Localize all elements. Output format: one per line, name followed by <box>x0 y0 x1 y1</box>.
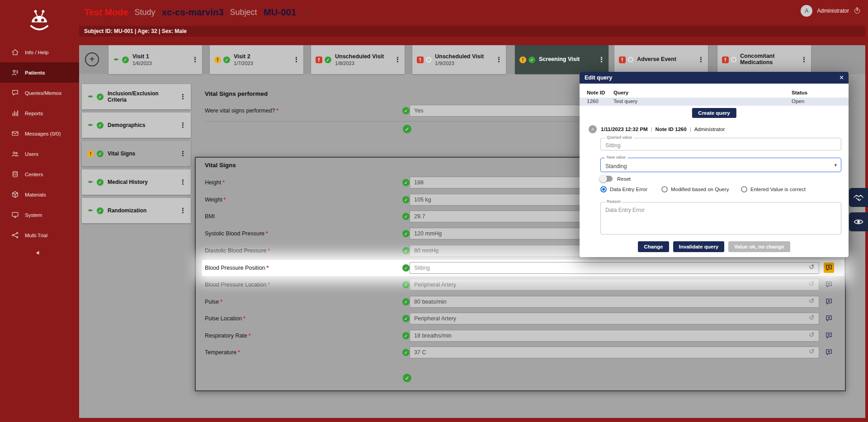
field-input-temperature[interactable]: 37 C <box>410 347 819 358</box>
query-comment-button-highlighted[interactable] <box>824 263 834 273</box>
form-card-vital-signs[interactable]: Vital Signs <box>82 141 191 166</box>
tab-menu-icon[interactable] <box>392 56 403 64</box>
tab-menu-icon[interactable] <box>291 56 302 64</box>
field-input-pulse-location[interactable]: Peripheral Artery <box>410 313 819 324</box>
reset-field-icon[interactable] <box>809 314 815 321</box>
reset-field-icon[interactable] <box>809 264 815 271</box>
visit-tab-labels: Unscheduled Visit 1/8/2023 <box>335 53 384 66</box>
radio-entered-value-correct[interactable]: Entered Value is correct <box>741 186 806 192</box>
visit-tab-labels: Unscheduled Visit 1/9/2023 <box>435 53 484 66</box>
status-check-icon <box>97 94 104 100</box>
required-asterisk <box>238 349 240 356</box>
change-button[interactable]: Change <box>638 241 669 252</box>
field-status-check-icon <box>402 315 410 322</box>
visit-tab-screening[interactable]: Screening Visit <box>515 45 609 74</box>
form-card-demographics[interactable]: Demographics <box>82 113 191 138</box>
new-value-dropdown[interactable]: New value Standing <box>600 158 841 172</box>
sidebar-item-info-help[interactable]: Info / Help <box>0 42 79 62</box>
required-asterisk <box>268 281 270 288</box>
query-comment-button[interactable] <box>824 330 834 341</box>
form-card-label: Demographics <box>108 122 145 128</box>
field-input-bp-position[interactable]: Sitting <box>410 262 819 274</box>
add-visit-button[interactable]: + <box>85 52 99 66</box>
sidebar-item-label: Users <box>25 151 38 157</box>
visit-title: Adverse Event <box>637 56 676 62</box>
form-pen-icon <box>87 122 94 129</box>
field-label: Blood Pressure Location <box>205 281 270 288</box>
sidebar-item-patients[interactable]: Patients <box>0 62 79 83</box>
field-input-pulse[interactable]: 80 beats/min <box>410 296 819 308</box>
tab-menu-icon[interactable] <box>596 56 607 64</box>
reset-field-icon[interactable] <box>809 298 815 305</box>
queried-value: Sitting <box>605 142 620 149</box>
field-input-respiratory-rate[interactable]: 18 breaths/min <box>410 330 819 342</box>
reason-textarea[interactable]: Reason Data Entry Error <box>600 202 841 234</box>
form-pen-icon <box>87 94 94 100</box>
sidebar-nav: Info / Help Patients Queries/Memos Repor… <box>0 42 79 245</box>
radio-modified-based-on-query[interactable]: Modified based on Query <box>661 186 729 192</box>
field-label: Systolic Blood Pressure <box>205 230 268 237</box>
radio-label: Entered Value is correct <box>750 187 806 192</box>
card-menu-icon[interactable] <box>178 93 188 101</box>
card-menu-icon[interactable] <box>178 178 188 186</box>
marvin-robot-logo <box>26 8 52 34</box>
visit-tab-unscheduled2[interactable]: Unscheduled Visit 1/9/2023 <box>412 45 506 74</box>
query-comment-button[interactable] <box>824 279 834 290</box>
card-menu-icon[interactable] <box>178 206 188 215</box>
tab-menu-icon[interactable] <box>696 56 706 64</box>
invalidate-query-button[interactable]: Invalidate query <box>673 241 725 252</box>
reset-field-icon[interactable] <box>809 348 815 355</box>
form-row-bp-position: Blood Pressure Position Sitting <box>205 262 835 274</box>
sidebar-item-materials[interactable]: Materials <box>0 184 79 205</box>
users-icon <box>11 150 19 158</box>
close-icon[interactable] <box>840 74 844 81</box>
sidebar-item-multi-trial[interactable]: Multi-Trial <box>0 225 79 245</box>
edit-query-modal: Edit query Note ID Query Status 1260 Tes… <box>580 72 849 257</box>
visit-tab-concomitant-medications[interactable]: Concomitant Medications <box>717 45 811 74</box>
reset-field-icon[interactable] <box>809 281 815 287</box>
chevron-down-icon[interactable] <box>834 162 837 168</box>
visit-tab-visit2[interactable]: Visit 2 1/7/2023 <box>210 45 303 74</box>
new-value: Standing <box>605 163 627 169</box>
tab-menu-icon[interactable] <box>190 56 200 64</box>
sidebar-item-users[interactable]: Users <box>0 144 79 164</box>
support-side-button[interactable] <box>849 188 868 207</box>
visit-date: 1/8/2023 <box>335 61 384 66</box>
sidebar-item-queries-memos[interactable]: Queries/Memos <box>0 83 79 103</box>
reset-toggle[interactable] <box>600 176 613 182</box>
sidebar-item-messages[interactable]: Messages (0/0) <box>0 123 79 144</box>
field-input-bp-location[interactable]: Peripheral Artery <box>410 279 819 291</box>
status-empty-icon <box>628 57 633 62</box>
sidebar-item-system[interactable]: System <box>0 205 79 225</box>
header-menu-icon[interactable] <box>302 8 313 17</box>
status-error-icon <box>316 56 322 63</box>
radio-data-entry-error[interactable]: Data Entry Error <box>600 186 647 192</box>
sidebar-item-centers[interactable]: Centers <box>0 164 79 184</box>
sidebar-item-label: System <box>25 212 42 218</box>
form-card-inclusion-exclusion[interactable]: Inclusion/Exclusion Criteria <box>82 84 191 109</box>
create-query-button[interactable]: Create query <box>692 108 736 118</box>
tab-menu-icon[interactable] <box>494 56 504 64</box>
card-menu-icon[interactable] <box>178 150 188 158</box>
visit-title: Unscheduled Visit <box>335 53 384 60</box>
visit-tab-adverse-event[interactable]: Adverse Event <box>614 45 708 74</box>
visit-tab-visit1[interactable]: Visit 1 1/6/2023 <box>108 45 202 74</box>
required-asterisk <box>220 299 222 305</box>
query-comment-button[interactable] <box>824 313 834 324</box>
form-card-medical-history[interactable]: Medical History <box>82 169 191 195</box>
visit-tab-labels: Screening Visit <box>539 56 580 63</box>
watch-side-button[interactable] <box>849 212 868 231</box>
visit-tab-unscheduled1[interactable]: Unscheduled Visit 1/8/2023 <box>311 45 405 74</box>
card-menu-icon[interactable] <box>178 121 188 129</box>
query-comment-button[interactable] <box>824 347 834 357</box>
logout-power-icon[interactable] <box>854 7 861 14</box>
query-note-id: 1260 <box>587 98 599 104</box>
reset-field-icon[interactable] <box>809 332 815 338</box>
tab-menu-icon[interactable] <box>799 56 809 64</box>
query-comment-button[interactable] <box>824 296 834 307</box>
radio-icon <box>741 186 747 192</box>
speaker-icon[interactable] <box>36 249 42 256</box>
form-card-randomization[interactable]: Randomization <box>82 198 191 223</box>
sidebar-item-reports[interactable]: Reports <box>0 103 79 123</box>
radio-label: Modified based on Query <box>671 187 729 192</box>
